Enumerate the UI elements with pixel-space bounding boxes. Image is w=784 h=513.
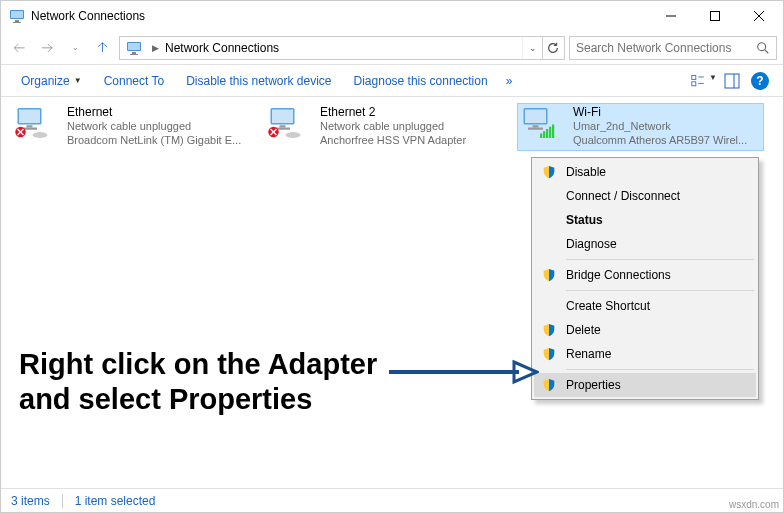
diagnose-button[interactable]: Diagnose this connection (344, 70, 498, 92)
shield-icon (542, 347, 556, 361)
preview-pane-button[interactable] (719, 73, 745, 89)
help-button[interactable]: ? (747, 72, 773, 90)
menu-separator (566, 290, 754, 291)
adapter-ethernet2[interactable]: Ethernet 2 Network cable unplugged Ancho… (264, 103, 511, 151)
search-input[interactable] (576, 41, 756, 55)
svg-rect-22 (27, 125, 33, 127)
command-bar: Organize▼ Connect To Disable this networ… (1, 65, 783, 97)
maximize-button[interactable] (693, 1, 737, 31)
svg-rect-1 (11, 11, 23, 18)
content-area: Ethernet Network cable unplugged Broadco… (1, 97, 783, 157)
svg-rect-10 (132, 52, 136, 54)
status-item-count: 3 items (11, 494, 50, 508)
status-selected-count: 1 item selected (75, 494, 156, 508)
up-button[interactable]: 🡡 (91, 36, 115, 60)
svg-rect-41 (543, 131, 545, 138)
shield-icon (542, 268, 556, 282)
menu-rename[interactable]: Rename (534, 342, 756, 366)
chevron-right-icon[interactable]: ▶ (148, 43, 163, 53)
svg-rect-43 (549, 127, 551, 138)
network-icon (9, 8, 25, 24)
organize-button[interactable]: Organize▼ (11, 70, 92, 92)
separator (62, 494, 63, 508)
svg-rect-14 (692, 75, 696, 79)
shield-icon (542, 165, 556, 179)
menu-diagnose[interactable]: Diagnose (534, 232, 756, 256)
status-bar: 3 items 1 item selected (1, 488, 783, 512)
adapter-name: Wi-Fi (573, 105, 762, 119)
adapter-device: Broadcom NetLink (TM) Gigabit E... (67, 133, 256, 147)
svg-rect-44 (552, 125, 554, 139)
svg-rect-11 (130, 54, 138, 55)
watermark: wsxdn.com (729, 499, 779, 510)
adapter-name: Ethernet 2 (320, 105, 509, 119)
svg-rect-21 (19, 110, 40, 124)
adapter-name: Ethernet (67, 105, 256, 119)
svg-point-12 (758, 42, 766, 50)
window-title: Network Connections (31, 9, 649, 23)
annotation-text: Right click on the Adapter and select Pr… (19, 347, 419, 417)
menu-bridge[interactable]: Bridge Connections (534, 263, 756, 287)
annotation-arrow (389, 357, 539, 387)
adapter-status: Network cable unplugged (320, 119, 509, 133)
recent-dropdown[interactable]: ⌄ (63, 36, 87, 60)
svg-rect-9 (128, 43, 140, 50)
overflow-button[interactable]: » (500, 70, 519, 92)
adapter-status: Umar_2nd_Network (573, 119, 762, 133)
close-button[interactable] (737, 1, 781, 31)
svg-rect-40 (540, 134, 542, 139)
menu-shortcut[interactable]: Create Shortcut (534, 294, 756, 318)
forward-button[interactable]: 🡢 (35, 36, 59, 60)
menu-status[interactable]: Status (534, 208, 756, 232)
back-button[interactable]: 🡠 (7, 36, 31, 60)
svg-point-32 (286, 132, 301, 138)
svg-rect-29 (272, 110, 293, 124)
menu-separator (566, 259, 754, 260)
svg-rect-38 (533, 125, 539, 127)
svg-rect-39 (528, 128, 543, 130)
connect-to-button[interactable]: Connect To (94, 70, 175, 92)
adapter-wifi[interactable]: Wi-Fi Umar_2nd_Network Qualcomm Atheros … (517, 103, 764, 151)
search-icon (756, 41, 770, 55)
menu-delete[interactable]: Delete (534, 318, 756, 342)
search-box[interactable] (569, 36, 777, 60)
svg-rect-37 (525, 110, 546, 124)
shield-icon (542, 323, 556, 337)
address-dropdown[interactable]: ⌄ (522, 37, 542, 59)
svg-rect-3 (13, 22, 21, 23)
view-options-button[interactable]: ▼ (691, 73, 717, 89)
menu-connect[interactable]: Connect / Disconnect (534, 184, 756, 208)
svg-rect-30 (280, 125, 286, 127)
svg-line-13 (765, 49, 769, 53)
address-bar[interactable]: ▶ Network Connections ⌄ (119, 36, 565, 60)
adapter-device: Anchorfree HSS VPN Adapter (320, 133, 509, 147)
menu-disable[interactable]: Disable (534, 160, 756, 184)
svg-rect-42 (546, 129, 548, 138)
svg-rect-18 (725, 74, 739, 88)
svg-rect-2 (15, 20, 19, 22)
context-menu: Disable Connect / Disconnect Status Diag… (531, 157, 759, 400)
wifi-icon (519, 105, 555, 141)
ethernet-icon (266, 105, 302, 141)
menu-separator (566, 369, 754, 370)
minimize-button[interactable] (649, 1, 693, 31)
menu-properties[interactable]: Properties (534, 373, 756, 397)
refresh-button[interactable] (542, 37, 562, 59)
adapter-device: Qualcomm Atheros AR5B97 Wirel... (573, 133, 762, 147)
svg-rect-5 (711, 12, 720, 21)
network-icon (126, 40, 142, 56)
adapter-ethernet[interactable]: Ethernet Network cable unplugged Broadco… (11, 103, 258, 151)
breadcrumb[interactable]: Network Connections (165, 41, 279, 55)
navbar: 🡠 🡢 ⌄ 🡡 ▶ Network Connections ⌄ (1, 31, 783, 65)
svg-rect-15 (692, 81, 696, 85)
titlebar: Network Connections (1, 1, 783, 31)
ethernet-icon (13, 105, 49, 141)
shield-icon (542, 378, 556, 392)
disable-device-button[interactable]: Disable this network device (176, 70, 341, 92)
svg-point-24 (33, 132, 48, 138)
adapter-status: Network cable unplugged (67, 119, 256, 133)
